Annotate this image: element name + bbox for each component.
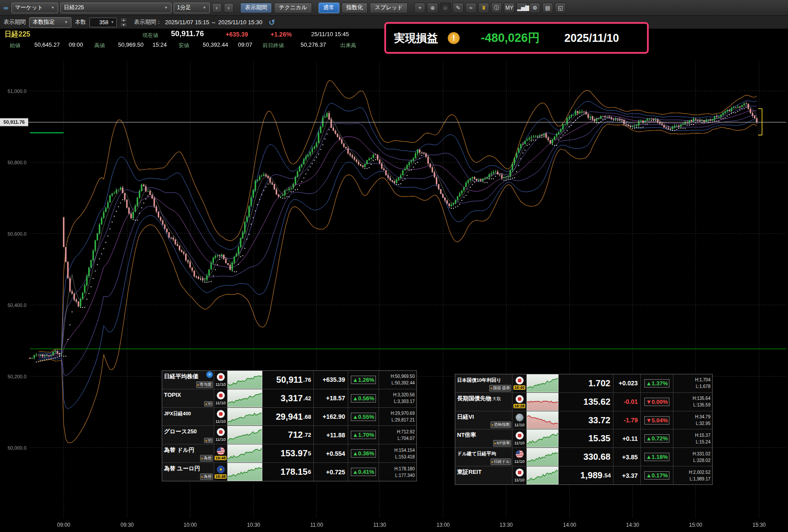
zoom-out-icon[interactable]: ⊖ <box>440 3 451 13</box>
quote-value-small: .68 <box>303 414 311 420</box>
jp-flag-icon <box>217 410 225 418</box>
watchlist-row[interactable]: 為替 ユーロ円為替16:48178.156+0.725▲0.41%H:178.1… <box>162 463 416 481</box>
realized-pnl-box: 実現損益 ! -480,026円 2025/11/10 <box>384 22 649 54</box>
quote-value-cell: 135.62 <box>559 393 613 411</box>
quote-value-small: .72 <box>303 432 311 438</box>
mini-chart-cell <box>227 444 263 462</box>
quote-change-cell: +0.023 <box>613 374 641 392</box>
symbol-name: TOPIX <box>164 392 181 398</box>
symbol-tag[interactable]: 為替 <box>200 473 213 480</box>
symbol-icon-cell: 16:48 <box>214 444 227 462</box>
my-icon[interactable]: MY <box>504 3 515 13</box>
wave-icon[interactable]: ≈ <box>465 3 476 13</box>
symbol-icon-cell: 11/10 <box>513 411 527 429</box>
tab-display-period[interactable]: 表示期間 <box>240 3 272 13</box>
symbol-name-cell: TOPIXY! <box>162 389 214 407</box>
printer-icon[interactable]: ▤ <box>542 3 553 13</box>
wrench-icon[interactable]: ⚙ <box>529 3 540 13</box>
market-select[interactable]: マーケット ▼ <box>11 3 58 13</box>
symbol-select[interactable]: 日経225 ▼ <box>60 3 171 13</box>
count-mode-select[interactable]: 本数指定 ▼ <box>29 17 71 28</box>
symbol-icon-cell: 16:48 <box>214 463 227 481</box>
quote-percent-cell: ▲0.36% <box>348 444 379 462</box>
prev-close-value: 50,276.37 <box>301 41 326 48</box>
symbol-tag[interactable]: 恐怖指数 <box>491 421 511 428</box>
watchlist-row[interactable]: 為替 ドル円為替16:48153.975+0.554▲0.36%H:154.15… <box>162 444 416 463</box>
stepper-up-icon[interactable]: ▲ <box>120 18 127 22</box>
link-icon[interactable]: ∞ <box>3 4 9 11</box>
quote-change-cell: -0.01 <box>613 393 641 411</box>
symbol-tag[interactable]: 為替 <box>200 455 213 462</box>
session-high: H:1.704 <box>695 377 710 383</box>
quote-change: +162.90 <box>323 413 345 420</box>
symbol-icon-cell: 11/10 <box>513 429 527 447</box>
eu-flag-icon <box>217 466 225 473</box>
bar-count-input[interactable]: 358 ▼ <box>89 18 117 27</box>
range-label: 表示期間： <box>134 18 162 26</box>
watchlist-row[interactable]: 東証REIT11/101,989.54+3.37▲0.17%H:2,002.52… <box>455 466 712 484</box>
pencil-icon[interactable]: ✎ <box>453 3 464 13</box>
symbol-name-cell: 東証REIT <box>455 466 513 484</box>
plus-icon[interactable]: + <box>414 3 425 13</box>
reset-period-icon[interactable]: ↺ <box>266 18 278 27</box>
session-high: H:29,970.69 <box>391 410 415 417</box>
quote-percent-cell: ▲0.17% <box>641 466 673 484</box>
session-low: L:32.95 <box>696 420 710 427</box>
sparkline-chart <box>228 390 262 407</box>
quote-change: +11.88 <box>327 432 345 439</box>
symbol-tag[interactable]: 日経ドル <box>491 458 511 465</box>
next-button[interactable]: › <box>224 3 234 13</box>
watchlist-row[interactable]: ドル建て日経平均日経ドル11/10330.68+3.85▲1.18%H:331.… <box>455 448 712 466</box>
watchlist-row[interactable]: NT倍率NT倍率11/1015.35+0.11▲0.72%H:15.37L:15… <box>455 429 712 448</box>
quote-change-cell: +0.725 <box>314 463 348 481</box>
quote-value-cell: 712.72 <box>263 426 314 444</box>
quote-value-cell: 1.702 <box>559 374 613 392</box>
watchlist-row[interactable]: グロース250Y!11/10712.72+11.88▲1.70%H:712.92… <box>162 426 416 444</box>
watchlist-row[interactable]: 日本国債10年利回り国債 債券16:401.702+0.023▲1.37%H:1… <box>455 374 712 393</box>
mode-indexed-button[interactable]: 指数化 <box>342 3 368 13</box>
quote-percent-cell: ▲1.26% <box>348 371 379 389</box>
interval-select[interactable]: 1分足 ▼ <box>174 3 210 13</box>
window-icon[interactable]: ◱ <box>555 3 566 13</box>
quote-percent-cell: ▲0.72% <box>641 429 673 447</box>
symbol-tag[interactable]: Y! <box>204 438 213 443</box>
price-change: +635.39 <box>226 31 248 38</box>
session-high: H:3,320.56 <box>393 392 415 398</box>
symbol-tag[interactable]: 寄与度 <box>196 381 213 388</box>
watchlist-row[interactable]: 長期国債先物大取16:28135.62-0.01▼0.00%H:135.64L:… <box>455 393 712 411</box>
symbol-tag[interactable]: NT倍率 <box>493 440 511 447</box>
info-icon[interactable]: ⓘ <box>491 3 502 13</box>
watchlist-row[interactable]: 日経VI恐怖指数11/1033.72-1.79▼5.04%H:34.79L:32… <box>455 411 712 430</box>
symbol-tag[interactable]: Y! <box>204 401 213 406</box>
bar-chart-icon[interactable]: ▂▅▇ <box>517 3 528 13</box>
tab-technical[interactable]: テクニカル <box>274 3 312 13</box>
percent-badge: ▲1.70% <box>351 431 376 439</box>
yen-icon[interactable]: ¥ <box>478 3 489 13</box>
watchlist-row[interactable]: JPX日経40011/1029,941.68+162.90▲0.55%H:29,… <box>162 408 416 426</box>
chevron-down-icon: ▼ <box>111 20 114 24</box>
quote-value: 15.35 <box>588 433 610 443</box>
sparkline-chart <box>228 371 262 388</box>
symbol-tag[interactable]: 国債 債券 <box>489 385 511 392</box>
stepper-down-icon[interactable]: ▼ <box>120 22 127 27</box>
percent-badge: ▲0.55% <box>351 413 376 421</box>
zoom-in-icon[interactable]: ⊕ <box>427 3 438 13</box>
quote-change-cell: +18.57 <box>314 389 348 407</box>
mode-normal-button[interactable]: 通常 <box>319 3 339 13</box>
us-flag-icon <box>516 450 524 458</box>
symbol-name: 日経VI <box>457 414 474 420</box>
symbol-name-cell: JPX日経400 <box>162 408 214 426</box>
sparkline-chart <box>527 467 558 484</box>
watchlist-row[interactable]: TOPIXY!11/103,317.42+18.57▲0.56%H:3,320.… <box>162 389 416 408</box>
prev-button[interactable]: ‹ <box>212 3 222 13</box>
quote-percent-cell: ▲1.37% <box>641 374 673 392</box>
low-time: 09:07 <box>238 41 253 48</box>
percent-badge: ▼0.00% <box>644 398 670 406</box>
mode-spread-button[interactable]: スプレッド <box>370 3 408 13</box>
percent-badge: ▲0.41% <box>351 468 376 476</box>
close-icon[interactable]: × <box>206 371 213 378</box>
percent-badge: ▲1.37% <box>644 379 670 388</box>
volume-label: 出来高 <box>340 42 356 49</box>
watchlist-row[interactable]: 日経平均株価寄与度×11/1050,911.76+635.39▲1.26%H:5… <box>162 371 416 389</box>
quote-time: 11/10 <box>216 419 226 424</box>
